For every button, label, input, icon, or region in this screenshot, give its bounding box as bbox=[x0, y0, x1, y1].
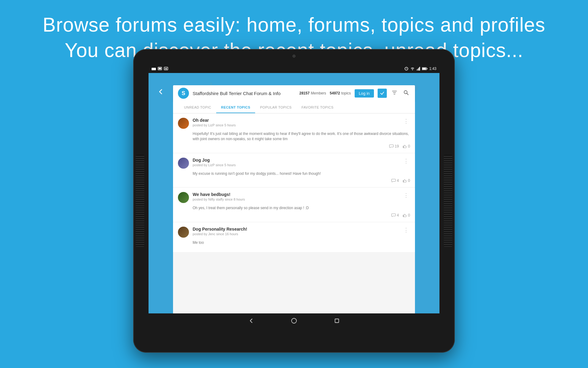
topic-likes-2: 0 bbox=[402, 178, 410, 183]
back-button-area[interactable] bbox=[149, 73, 173, 113]
topic-excerpt-3: Oh yes, I treat them personally so pleas… bbox=[178, 205, 410, 211]
svg-rect-6 bbox=[417, 69, 417, 71]
svg-rect-2 bbox=[159, 68, 161, 69]
topic-header-4: Dog Personality Research! posted by Jenc… bbox=[178, 227, 410, 238]
back-button[interactable] bbox=[157, 88, 164, 97]
svg-rect-7 bbox=[417, 69, 418, 71]
forum-logo: S bbox=[178, 88, 189, 99]
svg-rect-8 bbox=[418, 68, 419, 71]
topic-footer-2: 4 0 bbox=[178, 178, 410, 183]
topic-more-3[interactable]: ⋮ bbox=[402, 192, 410, 199]
battery-icon bbox=[422, 67, 428, 70]
topics-label: topics bbox=[341, 91, 351, 95]
topic-likes-3: 0 bbox=[402, 213, 410, 217]
topic-author-2: posted by LizP since 5 hours bbox=[193, 163, 398, 167]
topic-meta-4: Dog Personality Research! posted by Jenc… bbox=[193, 227, 398, 236]
avatar-1 bbox=[178, 118, 189, 129]
topic-title-1: Oh dear bbox=[193, 118, 398, 123]
topic-more-4[interactable]: ⋮ bbox=[402, 227, 410, 233]
svg-rect-9 bbox=[419, 67, 420, 71]
status-bar: 1:43 bbox=[149, 64, 439, 73]
svg-rect-12 bbox=[422, 68, 426, 70]
tab-popular-topics[interactable]: POPULAR TOPICS bbox=[255, 102, 296, 113]
notification-icon-2 bbox=[158, 67, 162, 71]
svg-rect-11 bbox=[427, 68, 427, 69]
wifi-icon bbox=[410, 67, 415, 71]
topic-card-2[interactable]: Dog Jog posted by LizP since 5 hours ⋮ M… bbox=[173, 153, 415, 187]
filter-icon bbox=[392, 90, 397, 95]
topic-excerpt-2: My excuse is running isn't good for my d… bbox=[178, 171, 410, 176]
tab-recent-topics[interactable]: RECENT TOPICS bbox=[216, 102, 255, 113]
login-button[interactable]: Log in bbox=[355, 89, 374, 98]
svg-rect-27 bbox=[335, 319, 339, 323]
topic-comments-2: 4 bbox=[391, 178, 399, 183]
topic-meta-2: Dog Jog posted by LizP since 5 hours bbox=[193, 158, 398, 167]
topic-author-4: posted by Jenc since 16 hours bbox=[193, 232, 398, 236]
tablet-device: 1:43 ♥ 👍 📍 ♥ ⚙ ♥ 👍 📍 📍 ♥ ♥ ⚙ bbox=[133, 49, 455, 353]
signal-bars-icon bbox=[417, 67, 420, 71]
comment-icon-2 bbox=[391, 179, 396, 182]
topic-meta-3: We have bedbugs! posted by Nifty staffy … bbox=[193, 192, 398, 201]
svg-point-26 bbox=[292, 318, 296, 323]
topic-card-3[interactable]: We have bedbugs! posted by Nifty staffy … bbox=[173, 188, 415, 222]
avatar-4 bbox=[178, 227, 189, 238]
topic-footer-1: 19 0 bbox=[178, 144, 410, 148]
topic-title-3: We have bedbugs! bbox=[193, 192, 398, 197]
back-arrow-icon bbox=[157, 88, 164, 95]
avatar-2 bbox=[178, 158, 189, 169]
tab-favorite-topics[interactable]: FAVORITE TOPICS bbox=[296, 102, 338, 113]
topic-footer-3: 4 0 bbox=[178, 213, 410, 217]
topic-card-1[interactable]: Oh dear posted by LizP since 5 hours ⋮ H… bbox=[173, 113, 415, 153]
topics-count: 54972 bbox=[330, 91, 340, 95]
comments-count-2: 4 bbox=[397, 178, 399, 183]
comment-icon-3 bbox=[391, 213, 396, 217]
nav-back-button[interactable] bbox=[248, 318, 254, 324]
topic-excerpt-4: Me too bbox=[178, 240, 410, 245]
topic-header-1: Oh dear posted by LizP since 5 hours ⋮ bbox=[178, 118, 410, 129]
app-bar: S Staffordshire Bull Terrier Chat Forum … bbox=[173, 85, 415, 101]
status-bar-right: 1:43 bbox=[404, 67, 436, 71]
speaker-left bbox=[136, 155, 144, 247]
notification-icon-1 bbox=[152, 67, 156, 71]
comments-count-3: 4 bbox=[397, 213, 399, 217]
nav-home-button[interactable] bbox=[291, 318, 297, 324]
nav-recents-button[interactable] bbox=[334, 318, 340, 324]
tablet-screen: 1:43 ♥ 👍 📍 ♥ ⚙ ♥ 👍 📍 📍 ♥ ♥ ⚙ bbox=[149, 64, 439, 328]
notification-icon-3 bbox=[164, 67, 168, 71]
topic-header-2: Dog Jog posted by LizP since 5 hours ⋮ bbox=[178, 158, 410, 169]
camera bbox=[292, 55, 296, 58]
like-icon-1 bbox=[402, 144, 407, 148]
topic-title-2: Dog Jog bbox=[193, 158, 398, 163]
forum-logo-letter: S bbox=[182, 90, 185, 97]
topic-likes-1: 0 bbox=[402, 144, 410, 148]
check-icon bbox=[380, 91, 384, 95]
likes-count-3: 0 bbox=[408, 213, 410, 217]
topic-meta-1: Oh dear posted by LizP since 5 hours bbox=[193, 118, 398, 127]
svg-point-5 bbox=[412, 70, 413, 70]
nav-tabs: UNREAD TOPIC RECENT TOPICS POPULAR TOPIC… bbox=[173, 101, 415, 113]
topic-card-4[interactable]: Dog Personality Research! posted by Jenc… bbox=[173, 222, 415, 252]
search-button[interactable] bbox=[402, 89, 410, 98]
topic-more-2[interactable]: ⋮ bbox=[402, 158, 410, 164]
topic-header-3: We have bedbugs! posted by Nifty staffy … bbox=[178, 192, 410, 203]
topic-author-1: posted by LizP since 5 hours bbox=[193, 123, 398, 127]
topics-list: Oh dear posted by LizP since 5 hours ⋮ H… bbox=[173, 113, 415, 313]
likes-count-2: 0 bbox=[408, 178, 410, 183]
members-label: Members bbox=[311, 91, 326, 95]
clock-icon bbox=[404, 67, 409, 71]
comment-icon-1 bbox=[389, 144, 394, 148]
check-button[interactable] bbox=[378, 89, 387, 98]
likes-count-1: 0 bbox=[408, 144, 410, 148]
topic-more-1[interactable]: ⋮ bbox=[402, 118, 410, 125]
topic-comments-1: 19 bbox=[389, 144, 399, 148]
status-icons-left bbox=[152, 67, 168, 71]
nav-home-icon bbox=[291, 318, 297, 324]
app-content: ♥ 👍 📍 ♥ ⚙ ♥ 👍 📍 📍 ♥ ♥ ⚙ bbox=[149, 73, 439, 313]
android-nav-bar bbox=[149, 313, 439, 328]
members-count: 28157 bbox=[299, 91, 309, 95]
filter-button[interactable] bbox=[390, 89, 398, 98]
tab-unread-topic[interactable]: UNREAD TOPIC bbox=[179, 102, 216, 113]
like-icon-2 bbox=[402, 179, 407, 182]
nav-back-icon bbox=[248, 318, 254, 324]
headline-1: Browse forums easily: home, forums, topi… bbox=[0, 12, 588, 38]
